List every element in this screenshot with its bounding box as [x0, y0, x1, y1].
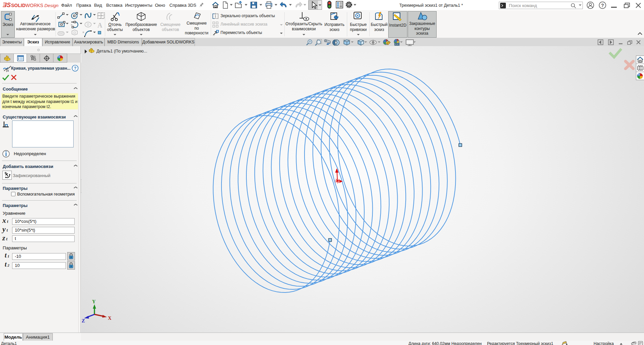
- svg-text:Y: Y: [92, 299, 96, 304]
- svg-text:fx: fx: [6, 68, 9, 72]
- svg-text:A: A: [97, 22, 103, 29]
- svg-text:?: ?: [74, 66, 77, 71]
- svg-text:SOLIDWORKS: SOLIDWORKS: [11, 3, 43, 8]
- svg-text:ƎS: ƎS: [3, 2, 11, 8]
- svg-text:X: X: [108, 315, 112, 321]
- svg-text:Z: Z: [82, 318, 85, 323]
- svg-text:Design: Design: [44, 3, 58, 8]
- svg-text:?: ?: [601, 3, 604, 8]
